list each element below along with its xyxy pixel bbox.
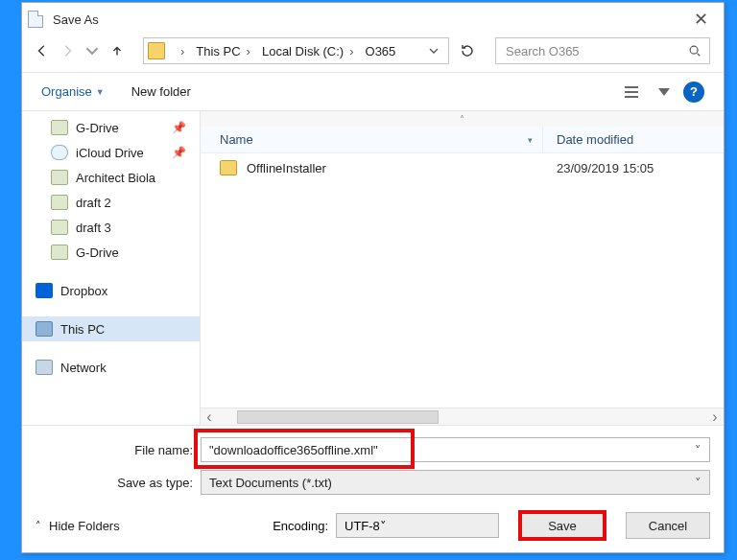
view-options-button[interactable] [618,81,645,104]
file-row[interactable]: OfflineInstaller23/09/2019 15:05 [201,153,724,182]
column-name[interactable]: Name ▾ [201,127,543,152]
pin-icon: 📌 [172,146,186,159]
tree-item[interactable]: Architect Biola [22,165,200,190]
tree-this-pc[interactable]: This PC [22,316,200,341]
svg-rect-3 [625,96,638,98]
tree-item-label: draft 3 [76,221,111,235]
breadcrumb-local-disk[interactable]: Local Disk (C:)› [256,38,360,63]
chevron-down-icon[interactable]: ˅ [695,443,701,457]
search-input[interactable] [504,43,688,59]
recent-dropdown-icon[interactable] [82,38,103,63]
address-dropdown-icon[interactable] [423,46,444,56]
breadcrumb-this-pc[interactable]: This PC› [190,38,256,63]
file-name-label: File name: [36,443,201,457]
address-bar[interactable]: › This PC› Local Disk (C:)› O365 [143,37,449,64]
hide-folders-toggle[interactable]: ˄ Hide Folders [36,519,120,533]
titlebar: Save As ✕ [22,3,724,35]
tree-item-label: G-Drive [76,245,119,260]
tree-item-label: iCloud Drive [76,146,144,160]
new-folder-button[interactable]: New folder [131,84,191,99]
forward-button [57,38,78,63]
pin-icon: 📌 [172,121,186,134]
bottom-panel: File name: "downloadoffice365offline.xml… [22,425,724,552]
tree-item[interactable]: iCloud Drive📌 [22,140,200,165]
cancel-button[interactable]: Cancel [626,512,710,539]
file-name-input[interactable]: "downloadoffice365offline.xml" ˅ [201,437,710,462]
folder-icon [51,245,68,260]
file-rows[interactable]: OfflineInstaller23/09/2019 15:05 [201,153,724,408]
window-title: Save As [53,12,99,27]
nav-tree[interactable]: G-Drive📌iCloud Drive📌Architect Bioladraf… [22,111,201,425]
scroll-left-icon[interactable]: ‹ [201,408,218,426]
save-button[interactable]: Save [520,512,605,539]
document-icon [28,11,43,28]
svg-rect-2 [625,91,638,93]
folder-icon [51,170,68,185]
save-as-dialog: Save As ✕ › This PC› Local Disk (C:)› O3… [21,2,725,553]
view-dropdown-icon[interactable] [651,81,678,104]
close-icon[interactable]: ✕ [684,9,718,30]
folder-icon [148,42,165,59]
toolbar: Organise▼ New folder ? [22,72,724,110]
network-icon [36,360,53,375]
nav-row: › This PC› Local Disk (C:)› O365 [22,35,724,72]
tree-dropbox[interactable]: Dropbox [22,278,200,303]
chevron-up-icon: ˄ [36,520,41,532]
folder-icon [220,160,237,175]
breadcrumb-o365[interactable]: O365 [360,38,402,63]
horizontal-scrollbar[interactable]: ‹ › [201,408,724,425]
folder-icon [51,220,68,235]
chevron-down-icon[interactable]: ˅ [695,476,701,490]
column-headers[interactable]: Name ▾ Date modified [201,127,724,153]
up-button[interactable] [107,38,128,63]
refresh-button[interactable] [453,37,482,64]
tree-item[interactable]: G-Drive [22,240,200,265]
search-icon[interactable] [688,44,701,58]
folder-icon [51,120,68,135]
column-date-modified[interactable]: Date modified [543,127,724,152]
scrollbar-thumb[interactable] [237,410,439,424]
file-date: 23/09/2019 15:05 [543,161,724,175]
tree-network[interactable]: Network [22,355,200,380]
file-list-pane: ˄ Name ▾ Date modified OfflineInstaller2… [201,111,724,425]
encoding-select[interactable]: UTF-8 ˅ [336,513,499,538]
svg-point-0 [690,46,698,54]
chevron-right-icon[interactable]: › [169,38,190,63]
help-icon[interactable]: ? [683,82,704,103]
save-as-type-label: Save as type: [36,476,201,490]
pc-icon [36,321,53,337]
scroll-up-icon[interactable]: ˄ [201,111,724,127]
encoding-label: Encoding: [273,519,328,533]
folder-icon [51,195,68,210]
back-button[interactable] [32,38,53,63]
chevron-down-icon[interactable]: ˅ [380,519,387,533]
tree-item-label: Architect Biola [76,171,155,185]
save-as-type-select[interactable]: Text Documents (*.txt) ˅ [201,470,710,495]
tree-item-label: draft 2 [76,196,111,210]
scroll-right-icon[interactable]: › [706,408,724,426]
organise-menu[interactable]: Organise▼ [41,84,105,99]
file-name: OfflineInstaller [247,161,543,175]
folder-icon [51,145,68,160]
tree-item[interactable]: draft 3 [22,215,200,240]
dropbox-icon [36,283,53,298]
sort-dropdown-icon[interactable]: ▾ [528,135,533,145]
svg-rect-1 [625,86,638,88]
tree-item[interactable]: draft 2 [22,190,200,215]
tree-item[interactable]: G-Drive📌 [22,115,200,140]
search-box[interactable] [495,37,710,64]
tree-item-label: G-Drive [76,121,119,135]
